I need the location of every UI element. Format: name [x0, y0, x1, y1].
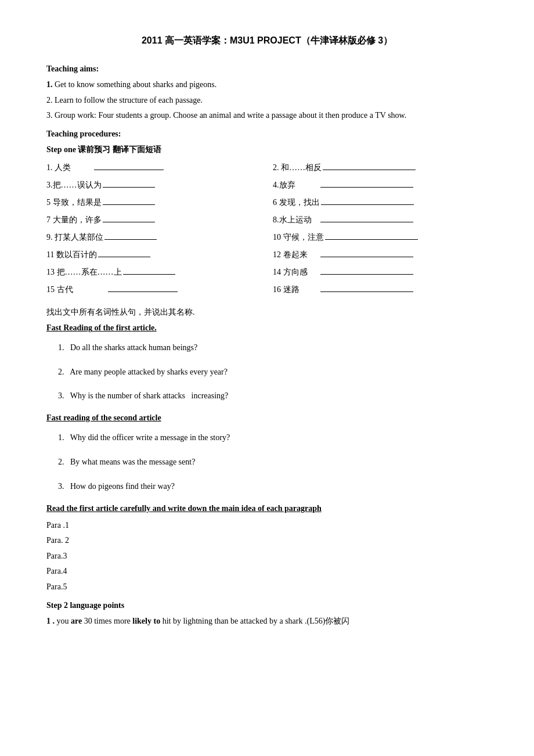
para-2: Para. 2: [46, 533, 488, 549]
step2-header: Step 2 language points: [46, 601, 488, 610]
first-q1: 1. Do all the sharks attack human beings…: [58, 341, 488, 355]
step-one-header: Step one 课前预习 翻译下面短语: [46, 145, 488, 155]
vocab-item-10: 10 守候，注意: [273, 229, 488, 246]
vocab-item-13: 13 把……系在……上: [46, 264, 261, 280]
second-q3: 3. How do pigeons find their way?: [58, 480, 488, 494]
vocab-item-1: 1. 人类: [46, 160, 261, 176]
fast-reading-second-questions: 1. Why did the officer write a message i…: [58, 431, 488, 493]
first-q3: 3. Why is the number of shark attacks in…: [58, 389, 488, 403]
vocab-item-4: 4.放弃: [273, 177, 488, 193]
vocab-item-7: 7 大量的，许多: [46, 212, 261, 228]
language-point-1: 1 . you are 30 times more likely to hit …: [46, 614, 488, 628]
vocab-item-3: 3.把……误认为: [46, 177, 261, 193]
para-3: Para.3: [46, 549, 488, 564]
fast-reading-first-header: Fast Reading of the first article.: [46, 323, 488, 333]
second-q1: 1. Why did the officer write a message i…: [58, 431, 488, 445]
para-5: Para.5: [46, 579, 488, 595]
find-noun-clause: 找出文中所有名词性从句，并说出其名称.: [46, 307, 488, 318]
teaching-procedures-label: Teaching procedures:: [46, 129, 488, 139]
vocab-item-11: 11 数以百计的: [46, 247, 261, 263]
vocab-item-16: 16 迷路: [273, 282, 488, 298]
teaching-aims-list: 1. Get to know something about sharks an…: [46, 77, 488, 124]
aim-item-2: 2. Learn to follow the structure of each…: [46, 93, 488, 109]
vocab-item-6: 6 发现，找出: [273, 195, 488, 211]
read-carefully-section: Read the first article carefully and wri…: [46, 504, 488, 595]
first-q2: 2. Are many people attacked by sharks ev…: [58, 365, 488, 379]
aim-item-1: 1. Get to know something about sharks an…: [46, 77, 488, 93]
fast-reading-second-header: Fast reading of the second article: [46, 413, 488, 423]
vocab-item-9: 9. 打某人某部位: [46, 229, 261, 246]
read-carefully-header: Read the first article carefully and wri…: [46, 504, 488, 513]
aim-item-3: 3. Group work: Four students a group. Ch…: [46, 108, 488, 124]
vocab-item-2: 2. 和……相反: [273, 160, 488, 176]
second-q2: 2. By what means was the message sent?: [58, 455, 488, 469]
para-list: Para .1 Para. 2 Para.3 Para.4 Para.5: [46, 518, 488, 595]
para-1: Para .1: [46, 518, 488, 534]
vocab-item-12: 12 卷起来: [273, 247, 488, 263]
vocab-item-15: 15 古代: [46, 282, 261, 298]
vocab-item-8: 8.水上运动: [273, 212, 488, 228]
page-title: 2011 高一英语学案：M3U1 PROJECT（牛津译林版必修 3）: [46, 35, 488, 47]
para-4: Para.4: [46, 564, 488, 579]
vocab-item-5: 5 导致，结果是: [46, 195, 261, 211]
fast-reading-first-questions: 1. Do all the sharks attack human beings…: [58, 341, 488, 403]
vocab-item-14: 14 方向感: [273, 264, 488, 280]
teaching-aims-label: Teaching aims:: [46, 64, 488, 74]
vocab-grid: 1. 人类 2. 和……相反 3.把……误认为 4.放弃 5 导致，结果是 6 …: [46, 160, 488, 298]
